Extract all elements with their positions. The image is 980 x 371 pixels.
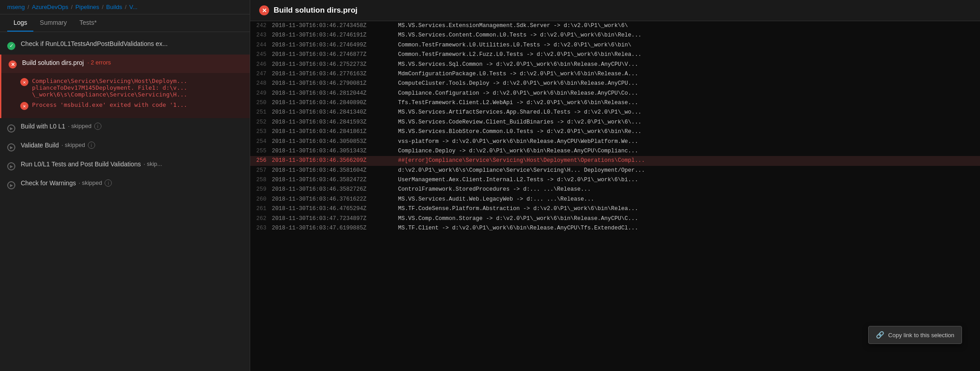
link-icon: 🔗 [876,331,884,339]
info-icon-warnings: i [105,179,112,187]
log-line-number: 250 [250,99,272,107]
log-line-number: 260 [250,195,272,204]
log-text: d:\v2.0\P1\_work\6\s\Compliance\Service\… [398,166,980,175]
log-timestamp: 2018-11-30T16:03:46.2752273Z [272,60,398,69]
log-text: MS.VS.Services.Content.Common.L0.Tests -… [398,31,980,40]
log-row: 2612018-11-30T16:03:46.4765294ZMS.TF.Cod… [250,204,980,214]
step-validate-build[interactable]: ▶ Validate Build · skipped i [0,137,250,156]
log-row: 2602018-11-30T16:03:46.3761622ZMS.VS.Ser… [250,195,980,204]
log-timestamp: 2018-11-30T16:03:46.3582472Z [272,176,398,184]
log-row: 2622018-11-30T16:03:47.7234897ZMS.VS.Com… [250,214,980,224]
log-line-number: 244 [250,41,272,50]
error-msg-2-text: Process 'msbuild.exe' exited with code '… [32,101,187,108]
step-check-warnings[interactable]: ▶ Check for Warnings · skipped i [0,175,250,194]
right-header: ✕ Build solution dirs.proj [250,0,980,21]
right-panel: ✕ Build solution dirs.proj 2422018-11-30… [250,0,980,371]
log-timestamp: 2018-11-30T16:03:47.7234897Z [272,215,398,223]
log-timestamp: 2018-11-30T16:03:46.2790081Z [272,79,398,88]
log-timestamp: 2018-11-30T16:03:46.2841593Z [272,118,398,127]
left-panel: mseng / AzureDevOps / Pipelines / Builds… [0,0,250,371]
tab-bar: Logs Summary Tests* [0,14,250,32]
log-row: 2592018-11-30T16:03:46.3582726ZControlFr… [250,185,980,194]
copy-link-label[interactable]: Copy link to this selection [888,332,954,339]
log-line-number: 263 [250,224,272,233]
error-messages-block: ✕ Compliance\Service\Servicing\Host\Depl… [0,73,250,118]
tab-tests[interactable]: Tests* [73,14,103,32]
log-timestamp: 2018-11-30T16:03:46.2840890Z [272,99,398,107]
step-warnings-status: · skipped [78,179,102,186]
step-build-label: Build solution dirs.proj [22,59,84,66]
error-badge: · 2 errors [87,59,111,66]
error-msg-1-text: Compliance\Service\Servicing\Host\Deploy… [32,78,187,98]
play-icon-validate: ▶ [7,142,15,151]
step-validate-label: Validate Build [21,142,59,149]
log-row: 2472018-11-30T16:03:46.2776163ZMdmConfig… [250,69,980,79]
log-row: 2532018-11-30T16:03:46.2841861ZMS.VS.Ser… [250,127,980,137]
log-text: MS.VS.Services.CodeReview.Client_BuildBi… [398,118,980,127]
log-timestamp: 2018-11-30T16:03:46.3581604Z [272,166,398,175]
tab-logs[interactable]: Logs [7,14,33,32]
log-line-number: 245 [250,50,272,59]
step-warnings-label: Check for Warnings [21,179,76,187]
breadcrumb-sep-2: / [71,4,73,10]
log-row: 2452018-11-30T16:03:46.2746877ZCommon.Te… [250,50,980,60]
log-timestamp: 2018-11-30T16:03:46.3566209Z [272,156,398,165]
copy-link-tooltip: 🔗 Copy link to this selection [868,326,962,344]
log-timestamp: 2018-11-30T16:03:46.3582726Z [272,185,398,194]
log-line-number: 251 [250,108,272,117]
log-line-number: 258 [250,176,272,184]
log-line-number: 253 [250,128,272,136]
play-icon-l0l1: ▶ [7,124,15,133]
log-line-number: 248 [250,79,272,88]
error-msg-2: ✕ Process 'msbuild.exe' exited with code… [20,101,243,110]
log-text: ControlFramework.StoredProcedures -> d:.… [398,185,980,194]
step-check-run-label: Check if RunL0L1TestsAndPostBuildValidat… [21,40,168,47]
tab-summary[interactable]: Summary [33,14,73,32]
log-timestamp: 2018-11-30T16:03:46.3051343Z [272,147,398,156]
log-row: 2422018-11-30T16:03:46.2743458ZMS.VS.Ser… [250,21,980,31]
step-build-solution[interactable]: ✕ Build solution dirs.proj · 2 errors [0,55,250,73]
breadcrumb-builds[interactable]: Builds [106,4,122,10]
step-run-tests[interactable]: ▶ Run L0/L1 Tests and Post Build Validat… [0,156,250,175]
breadcrumb-sep-3: / [102,4,104,10]
step-l0l1-status: · skipped [68,123,92,129]
log-line-number: 259 [250,185,272,194]
log-line-number: 257 [250,166,272,175]
log-row: 2492018-11-30T16:03:46.2812044ZComplianc… [250,89,980,98]
info-icon-validate: i [88,142,95,149]
log-line-number: 254 [250,137,272,146]
step-tests-label: Run L0/L1 Tests and Post Build Validatio… [21,160,141,168]
error-msg-1-icon: ✕ [20,78,28,86]
log-text: Compliance.Deploy -> d:\v2.0\P1\_work\6\… [398,147,980,156]
step-check-run[interactable]: ✓ Check if RunL0L1TestsAndPostBuildValid… [0,36,250,55]
log-row: 2542018-11-30T16:03:46.3050853Zvss-platf… [250,137,980,147]
log-text: ##[error]Compliance\Service\Servicing\Ho… [398,156,980,165]
log-row: 2582018-11-30T16:03:46.3582472ZUserManag… [250,175,980,185]
breadcrumb: mseng / AzureDevOps / Pipelines / Builds… [0,0,250,14]
log-content[interactable]: 2422018-11-30T16:03:46.2743458ZMS.VS.Ser… [250,21,980,371]
log-text: Common.TestFramework.L0.Utilities.L0.Tes… [398,41,980,50]
breadcrumb-v[interactable]: V... [129,4,137,10]
log-timestamp: 2018-11-30T16:03:46.2746499Z [272,41,398,50]
step-tests-status: · skip... [143,160,162,167]
log-text: MS.VS.Services.Audit.Web.LegacyWeb -> d:… [398,195,980,204]
log-text: MS.VS.Services.ArtifactServices.App.Shar… [398,108,980,117]
log-line-number: 252 [250,118,272,127]
log-text: Common.TestFramework.L2.Fuzz.L0.Tests ->… [398,50,980,59]
log-timestamp: 2018-11-30T16:03:46.2743458Z [272,22,398,30]
breadcrumb-azuredevops[interactable]: AzureDevOps [32,4,69,10]
log-row: 2512018-11-30T16:03:46.2841340ZMS.VS.Ser… [250,108,980,117]
log-line-number: 262 [250,215,272,223]
step-build-l0l1[interactable]: ▶ Build with L0 L1 · skipped i [0,118,250,137]
breadcrumb-pipelines[interactable]: Pipelines [75,4,99,10]
log-text: Compliance.Configuration -> d:\v2.0\P1\_… [398,89,980,98]
breadcrumb-mseng[interactable]: mseng [7,4,25,10]
right-header-error-icon: ✕ [259,5,269,15]
log-row: 2632018-11-30T16:03:47.6199885ZMS.TF.Cli… [250,224,980,233]
log-text: MdmConfigurationPackage.L0.Tests -> d:\v… [398,70,980,78]
log-text: MS.VS.Services.Sql.Common -> d:\v2.0\P1\… [398,60,980,69]
log-timestamp: 2018-11-30T16:03:46.2841861Z [272,128,398,136]
breadcrumb-sep-1: / [27,4,29,10]
log-row: 2552018-11-30T16:03:46.3051343ZComplianc… [250,147,980,156]
log-line-number: 249 [250,89,272,98]
